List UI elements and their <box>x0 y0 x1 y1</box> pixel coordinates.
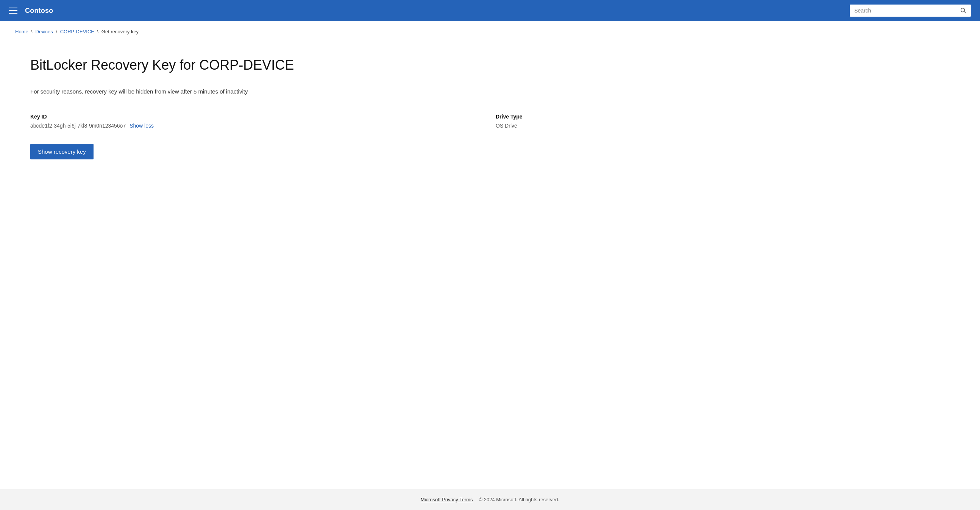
key-id-value-container: abcde1f2-34gh-5i6j-7kl8-9m0n123456o7 Sho… <box>30 123 484 129</box>
key-id-item: Key ID abcde1f2-34gh-5i6j-7kl8-9m0n12345… <box>30 114 484 129</box>
search-button[interactable] <box>956 5 971 17</box>
breadcrumb-separator-3: \ <box>97 29 99 35</box>
main-content: BitLocker Recovery Key for CORP-DEVICE F… <box>0 42 980 489</box>
search-input[interactable] <box>850 5 956 17</box>
svg-line-1 <box>964 11 966 13</box>
breadcrumb: Home \ Devices \ CORP-DEVICE \ Get recov… <box>0 21 980 42</box>
breadcrumb-current: Get recovery key <box>102 29 138 35</box>
drive-type-item: Drive Type OS Drive <box>496 114 950 129</box>
breadcrumb-devices[interactable]: Devices <box>36 29 53 35</box>
show-recovery-key-button[interactable]: Show recovery key <box>30 144 94 159</box>
drive-type-label: Drive Type <box>496 114 950 120</box>
breadcrumb-separator-2: \ <box>56 29 57 35</box>
search-icon <box>960 8 966 14</box>
breadcrumb-home[interactable]: Home <box>15 29 29 35</box>
footer-copyright: © 2024 Microsoft. All rights reserved. <box>479 497 560 502</box>
breadcrumb-separator-1: \ <box>31 29 33 35</box>
info-grid: Key ID abcde1f2-34gh-5i6j-7kl8-9m0n12345… <box>30 114 950 129</box>
app-header: Contoso <box>0 0 980 21</box>
hamburger-menu-icon[interactable] <box>9 8 18 14</box>
breadcrumb-device[interactable]: CORP-DEVICE <box>60 29 94 35</box>
footer: Microsoft Privacy Terms © 2024 Microsoft… <box>0 489 980 510</box>
header-left: Contoso <box>9 7 53 15</box>
key-id-label: Key ID <box>30 114 484 120</box>
search-container <box>850 5 971 17</box>
app-title: Contoso <box>25 7 53 15</box>
key-id-value: abcde1f2-34gh-5i6j-7kl8-9m0n123456o7 <box>30 123 126 129</box>
page-title: BitLocker Recovery Key for CORP-DEVICE <box>30 57 950 73</box>
security-notice: For security reasons, recovery key will … <box>30 88 950 95</box>
show-less-link[interactable]: Show less <box>129 123 154 129</box>
drive-type-value: OS Drive <box>496 123 950 129</box>
privacy-terms-link[interactable]: Microsoft Privacy Terms <box>421 497 473 502</box>
